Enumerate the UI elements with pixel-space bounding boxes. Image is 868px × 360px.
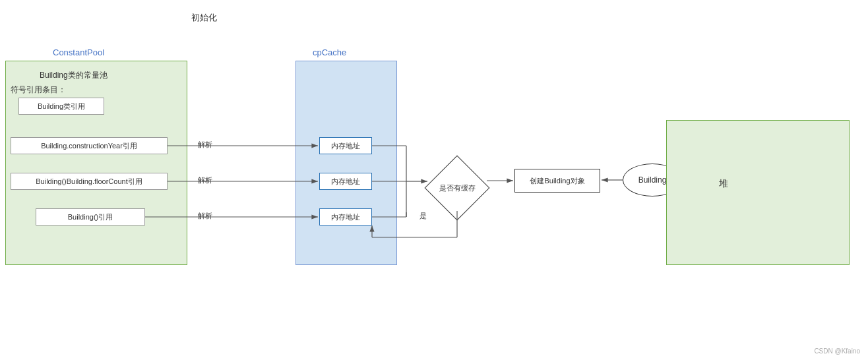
diagram-container: 初始化 ConstantPool cpCache Building类的常量池 符… [0, 0, 868, 360]
init-title: 初始化 [191, 12, 217, 24]
heap-box [666, 120, 850, 265]
ref-box-building-class: Building类引用 [18, 98, 104, 115]
mem-box-3: 内存地址 [319, 208, 372, 225]
symbol-ref-label: 符号引用条目： [11, 84, 66, 96]
mem-box-2: 内存地址 [319, 173, 372, 190]
diamond-label: 是否有缓存 [439, 183, 476, 193]
yes-label: 是 [419, 211, 427, 221]
parse-label-3: 解析 [198, 211, 212, 221]
mem-box-1: 内存地址 [319, 137, 372, 154]
ref-box-floor: Building()Building.floorCount引用 [11, 173, 168, 190]
parse-label-1: 解析 [198, 140, 212, 150]
parse-label-2: 解析 [198, 175, 212, 185]
cpcache-section-label: cpCache [313, 47, 346, 57]
cache-check-diamond: 是否有缓存 [427, 165, 487, 211]
ref-box-building-init: Building()引用 [36, 208, 145, 225]
cpcache-box [295, 61, 397, 265]
heap-label: 堆 [719, 178, 728, 190]
create-building-box: 创建Building对象 [514, 169, 600, 193]
ref-box-construction: Building.constructionYear引用 [11, 137, 168, 154]
constant-pool-section-label: ConstantPool [53, 47, 104, 57]
constant-pool-inner-label: Building类的常量池 [40, 70, 108, 81]
watermark: CSDN @Kfaino [814, 347, 860, 355]
